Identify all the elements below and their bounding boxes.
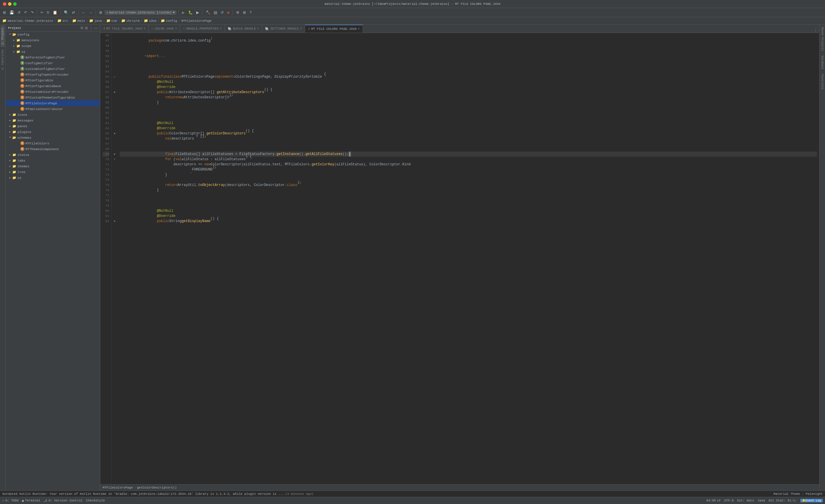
- tree-item-mtfilecolors[interactable]: C MTFileColors: [6, 140, 100, 146]
- sync-button[interactable]: ↺: [16, 10, 22, 15]
- save-button[interactable]: 💾: [8, 10, 15, 15]
- code-content[interactable]: package com.chrisrm.idea.config; + impor…: [118, 33, 819, 484]
- tree-item-icons[interactable]: ▶ 📁 icons: [6, 112, 100, 118]
- stop-button[interactable]: ■: [226, 10, 231, 15]
- tab-color[interactable]: ↔ COLOR.JAVA ×: [149, 25, 180, 33]
- panel-settings-btn[interactable]: ⚙: [80, 26, 84, 30]
- project-strip-tab[interactable]: 1: Project: [1, 25, 5, 47]
- git-item[interactable]: Git: docs: [737, 499, 754, 502]
- bc-file[interactable]: MTFileColorsPage: [181, 19, 212, 23]
- tree-item-mtcustomtheme[interactable]: C MTCustomThemeConfigurable: [6, 94, 100, 100]
- nav-back-button[interactable]: ←: [80, 10, 86, 15]
- event-log-label: Event Log: [806, 499, 821, 502]
- status-right: 63:95 LF UTF-8 Git: docs Java Git Stat: …: [706, 499, 823, 502]
- event-log-item[interactable]: 🔔 Event Log: [800, 499, 823, 502]
- tree-item-tree[interactable]: ▶ 📁 tree: [6, 169, 100, 175]
- tree-item-panes[interactable]: ▶ 📁 panes: [6, 123, 100, 129]
- find-button[interactable]: 🔍: [63, 10, 70, 15]
- language-label: Java: [758, 499, 765, 502]
- tree-item-customconfig[interactable]: I CustomConfigNotifier: [6, 66, 100, 72]
- tab-more-btn[interactable]: ⋮: [814, 28, 818, 33]
- encoding-item[interactable]: UTF-8: [724, 499, 734, 502]
- run-config[interactable]: ● material-theme-jetbrains [runIde] ▼: [104, 10, 176, 15]
- tree-item-mtconfigurablebase[interactable]: C MTConfigurableBase: [6, 83, 100, 89]
- close-button[interactable]: [3, 2, 6, 6]
- tree-item-tabs[interactable]: ▶ 📁 tabs: [6, 158, 100, 163]
- code-editor[interactable]: 46 47 48 49 50 51 52 53 54 55 56 57 58 5…: [100, 33, 819, 484]
- database-label[interactable]: Database: [820, 53, 824, 72]
- tab-settings-gradle[interactable]: 🐘 SETTINGS.GRADLE ×: [262, 25, 305, 33]
- tree-item-mtfilecolorspage[interactable]: C MTFileColorsPage: [6, 100, 100, 106]
- tab-build-gradle[interactable]: 🐘 BUILD.GRADLE ×: [225, 25, 262, 33]
- favorites-strip-tab[interactable]: 2: Favorites: [1, 47, 5, 72]
- todo-item[interactable]: ✓ 6: TODO: [2, 499, 19, 503]
- git-stat-item[interactable]: Git Stat: 51↑1↓: [768, 499, 797, 502]
- bc-com[interactable]: 📁 com: [106, 19, 117, 23]
- maximize-button[interactable]: [13, 2, 17, 6]
- favorites-label[interactable]: Favorites: [820, 72, 824, 92]
- replace-button[interactable]: ⇄: [71, 10, 76, 15]
- tree-item-config[interactable]: ▼ 📂 config: [6, 31, 100, 37]
- terminal-item[interactable]: ▣ Terminal: [22, 499, 40, 503]
- tab-mt-file-colors-page[interactable]: J MT FILE COLORS PAGE.JAVA ×: [305, 25, 363, 33]
- tree-item-mtthemescomp[interactable]: C MTThemesComponent: [6, 146, 100, 152]
- tree-item-mtconfigtophit[interactable]: C MTConfigTopHitProvider: [6, 72, 100, 77]
- checkstyle-item[interactable]: CheckStyle: [86, 499, 105, 502]
- tree-item-ui-sub[interactable]: ▶ 📁 ui: [6, 49, 100, 55]
- tree-item-confignotifier[interactable]: I ConfigNotifier: [6, 60, 100, 66]
- build-button[interactable]: 🔨: [205, 10, 211, 15]
- bc-java[interactable]: 📁 java: [89, 19, 102, 23]
- tasks-button[interactable]: ▤: [213, 10, 218, 15]
- tree-item-mtoptioncontrib[interactable]: C MTOptionContributor: [6, 106, 100, 112]
- paste-button[interactable]: 📋: [52, 10, 59, 15]
- tree-item-schemes[interactable]: ▼ 📂 schemes: [6, 135, 100, 140]
- bc-idea[interactable]: 📁 idea: [144, 19, 156, 23]
- tree-item-ui[interactable]: ▶ 📁 ui: [6, 175, 100, 181]
- extensions-button[interactable]: ⊞: [242, 10, 247, 15]
- tree-item-beforeconfig[interactable]: I BeforeConfigNotifier: [6, 55, 100, 60]
- editor-bc-method[interactable]: getColorDescriptors(): [137, 486, 177, 489]
- tab-close[interactable]: ×: [300, 27, 302, 30]
- maven-projects-label[interactable]: Maven Projects: [820, 25, 824, 53]
- rerun-button[interactable]: ↺: [219, 10, 225, 15]
- tree-item-themes[interactable]: ▶ 📁 themes: [6, 163, 100, 169]
- cut-button[interactable]: ✂: [39, 10, 45, 15]
- run-button[interactable]: ▶: [181, 10, 186, 15]
- tree-item-mtcustomcolors[interactable]: C MTCustomColorsProvider: [6, 89, 100, 94]
- tab-close[interactable]: ×: [220, 27, 222, 30]
- tab-gradle-properties[interactable]: ↔ GRADLE.PROPERTIES ×: [180, 25, 225, 33]
- help-button[interactable]: ?: [248, 10, 253, 15]
- tree-item-plugins[interactable]: ▶ 📁 plugins: [6, 129, 100, 135]
- editor-bc-class[interactable]: MTFileColorsPage: [102, 486, 133, 489]
- redo-button[interactable]: ↷: [29, 10, 35, 15]
- minimize-button[interactable]: [8, 2, 11, 6]
- bc-main[interactable]: 📁 main: [72, 19, 85, 23]
- copy-button[interactable]: ⎘: [46, 10, 51, 15]
- panel-more-btn[interactable]: ⋮: [89, 26, 93, 30]
- bc-src[interactable]: 📁 src: [57, 19, 68, 23]
- project-button[interactable]: ⊞: [2, 10, 7, 15]
- panel-close-btn[interactable]: —: [94, 26, 98, 30]
- tab-close[interactable]: ×: [175, 27, 177, 30]
- nav-fwd-button[interactable]: →: [88, 10, 94, 15]
- tab-close[interactable]: ×: [257, 27, 259, 30]
- panel-layout-btn[interactable]: ⊞: [85, 26, 88, 30]
- debug-button[interactable]: 🐛: [187, 10, 194, 15]
- tree-item-menuicons[interactable]: ▶ 📁 menuicons: [6, 37, 100, 43]
- version-control-item[interactable]: ⎇ 9: Version Control: [44, 499, 82, 503]
- tab-mt-file-colors[interactable]: J MT FILE COLORS.JAVA ×: [100, 25, 149, 33]
- tree-item-mtconfigurable[interactable]: C MTConfigurable: [6, 77, 100, 83]
- tree-item-messages[interactable]: ▶ 📁 messages: [6, 118, 100, 123]
- coverage-button[interactable]: ▶: [195, 10, 200, 15]
- language-item[interactable]: Java: [758, 499, 765, 502]
- tree-item-status[interactable]: ▶ 📁 status: [6, 152, 100, 158]
- bc-chrisrm[interactable]: 📁 chrisrm: [121, 19, 140, 23]
- bc-root[interactable]: material-theme-jetbrains: [8, 19, 53, 23]
- grid-button[interactable]: ⊞: [98, 10, 103, 15]
- tab-close[interactable]: ×: [144, 27, 146, 30]
- settings-button[interactable]: ⚙: [235, 10, 241, 15]
- bc-config[interactable]: 📁 config: [161, 19, 177, 23]
- tab-close[interactable]: ×: [358, 27, 360, 31]
- tree-item-scope[interactable]: ▶ 📁 scope: [6, 43, 100, 49]
- undo-button[interactable]: ↶: [23, 10, 28, 15]
